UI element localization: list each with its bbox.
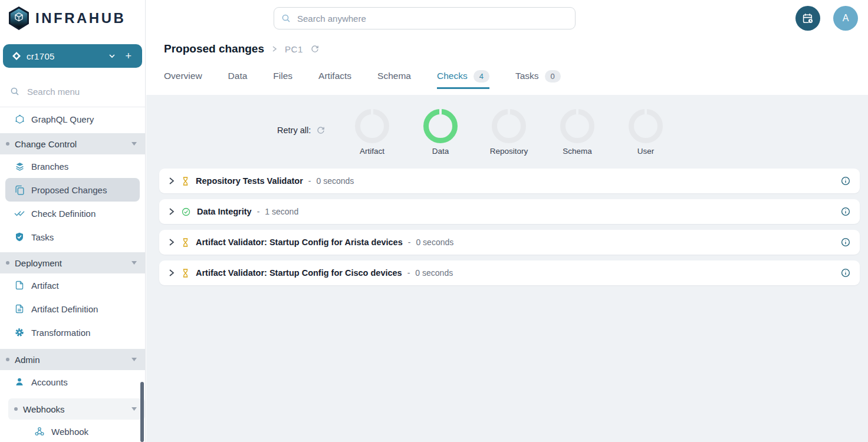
tab-tasks[interactable]: Tasks 0 (515, 63, 561, 89)
sidebar-section-change-control[interactable]: Change Control (0, 133, 145, 154)
calendar-clock-icon (802, 12, 814, 25)
sidebar-item-transformation[interactable]: Transformation (0, 321, 145, 344)
plus-icon: + (125, 51, 131, 61)
check-circle-success-icon (182, 207, 190, 216)
info-icon[interactable] (841, 207, 850, 216)
tab-schema[interactable]: Schema (377, 63, 411, 89)
sidebar-section-label: Admin (15, 355, 40, 365)
ring-label: User (611, 147, 680, 156)
sidebar-item-label: Accounts (31, 377, 68, 387)
sidebar-scrollbar[interactable] (140, 382, 144, 442)
sidebar-item-check-definition[interactable]: Check Definition (0, 202, 145, 225)
add-branch-button[interactable]: + (120, 47, 136, 65)
gear-icon (14, 327, 25, 338)
tab-label: Files (273, 71, 292, 81)
validator-title: Data Integrity (197, 207, 252, 216)
ring-schema[interactable]: Schema (543, 109, 611, 156)
tab-label: Checks (437, 71, 468, 81)
sidebar-item-branches[interactable]: Branches (0, 154, 145, 178)
ring-label: Repository (475, 147, 543, 156)
sidebar-section-deployment[interactable]: Deployment (0, 252, 145, 273)
separator: - (257, 207, 260, 216)
tab-data[interactable]: Data (228, 63, 248, 89)
validator-duration: 1 second (265, 207, 298, 216)
info-icon[interactable] (841, 176, 850, 186)
validator-row[interactable]: Repository Tests Validator - 0 seconds (159, 169, 860, 193)
progress-ring-icon (492, 109, 526, 143)
info-icon[interactable] (841, 238, 850, 247)
sidebar-search-input[interactable] (26, 86, 126, 97)
sidebar-item-label: Proposed Changes (31, 185, 107, 195)
validator-title: Repository Tests Validator (196, 176, 303, 186)
validator-row[interactable]: Artifact Validator: Startup Config for C… (159, 260, 860, 285)
chevron-right-icon[interactable] (169, 238, 175, 246)
ring-user[interactable]: User (611, 109, 680, 156)
ring-label: Artifact (338, 147, 406, 156)
sidebar-section-admin[interactable]: Admin (0, 349, 145, 370)
tab-checks[interactable]: Checks 4 (437, 63, 489, 89)
sidebar-menu: GraphQL Query Change Control Branches (0, 107, 145, 442)
branch-selector[interactable]: cr1705 + (3, 44, 142, 68)
retry-all-label: Retry all: (277, 126, 311, 135)
sidebar-item-proposed-changes[interactable]: Proposed Changes (5, 178, 140, 202)
person-icon (14, 377, 25, 387)
validator-list: Repository Tests Validator - 0 seconds D… (159, 169, 860, 291)
info-icon[interactable] (841, 268, 850, 278)
tab-count-badge: 4 (474, 70, 489, 83)
chevron-right-icon[interactable] (169, 207, 175, 216)
sidebar-item-label: Artifact (31, 281, 59, 291)
sidebar-item-label: Artifact Definition (31, 304, 98, 314)
breadcrumb-root[interactable]: Proposed changes (164, 42, 264, 55)
branch-dropdown-button[interactable] (104, 49, 120, 63)
breadcrumb: Proposed changes PC1 (164, 39, 868, 59)
ring-repository[interactable]: Repository (475, 109, 543, 156)
sidebar-item-artifact[interactable]: Artifact (0, 273, 145, 297)
progress-ring-icon (560, 109, 594, 143)
ring-label: Data (406, 147, 475, 156)
chevron-right-icon[interactable] (169, 269, 175, 277)
sidebar-item-graphql-query[interactable]: GraphQL Query (0, 107, 145, 131)
page-header: Proposed changes PC1 Overview Data Files… (146, 39, 868, 89)
chevron-down-icon (108, 52, 116, 60)
sidebar-section-label: Webhooks (23, 404, 65, 414)
tab-overview[interactable]: Overview (164, 63, 202, 89)
branch-icon (12, 52, 21, 60)
sidebar-item-accounts[interactable]: Accounts (0, 370, 145, 394)
time-travel-button[interactable] (795, 6, 820, 31)
branch-name: cr1705 (27, 51, 104, 61)
progress-ring-icon (355, 109, 389, 143)
sidebar-item-tasks[interactable]: Tasks (0, 225, 145, 249)
sidebar-item-label: Webhook (51, 427, 88, 437)
sidebar: INFRAHUB cr1705 + G (0, 0, 146, 442)
sidebar-item-artifact-definition[interactable]: Artifact Definition (0, 297, 145, 321)
avatar-initial: A (843, 13, 849, 24)
caret-down-icon (131, 142, 137, 146)
ring-artifact[interactable]: Artifact (338, 109, 406, 156)
ring-data[interactable]: Data (406, 109, 475, 156)
validator-row[interactable]: Data Integrity - 1 second (159, 199, 860, 224)
branches-layers-icon (14, 161, 25, 171)
retry-refresh-icon[interactable] (317, 126, 325, 134)
progress-ring-icon (629, 109, 663, 143)
sidebar-item-label: Check Definition (31, 209, 96, 219)
global-search-input[interactable] (296, 13, 575, 24)
tab-bar: Overview Data Files Artifacts Schema Che… (164, 63, 868, 89)
sidebar-item-webhook[interactable]: Webhook (0, 420, 145, 442)
tab-artifacts[interactable]: Artifacts (318, 63, 351, 89)
validator-title: Artifact Validator: Startup Config for A… (196, 238, 403, 247)
tab-files[interactable]: Files (273, 63, 292, 89)
main-area: A Proposed changes PC1 Overview Data Fil… (146, 0, 868, 442)
validator-row[interactable]: Artifact Validator: Startup Config for A… (159, 230, 860, 255)
refresh-icon[interactable] (311, 45, 319, 53)
global-search (274, 7, 576, 29)
brand-logo[interactable]: INFRAHUB (0, 0, 145, 37)
sidebar-section-webhooks[interactable]: Webhooks (8, 398, 145, 420)
search-icon (10, 87, 19, 96)
sidebar-item-label: Tasks (31, 232, 54, 242)
chevron-right-icon[interactable] (169, 177, 175, 185)
checks-panel: Retry all: Artifact Data Repository (146, 95, 868, 442)
avatar[interactable]: A (833, 6, 858, 31)
shield-check-icon (14, 232, 25, 242)
graphql-icon (14, 114, 25, 124)
bullet-icon (6, 142, 9, 146)
